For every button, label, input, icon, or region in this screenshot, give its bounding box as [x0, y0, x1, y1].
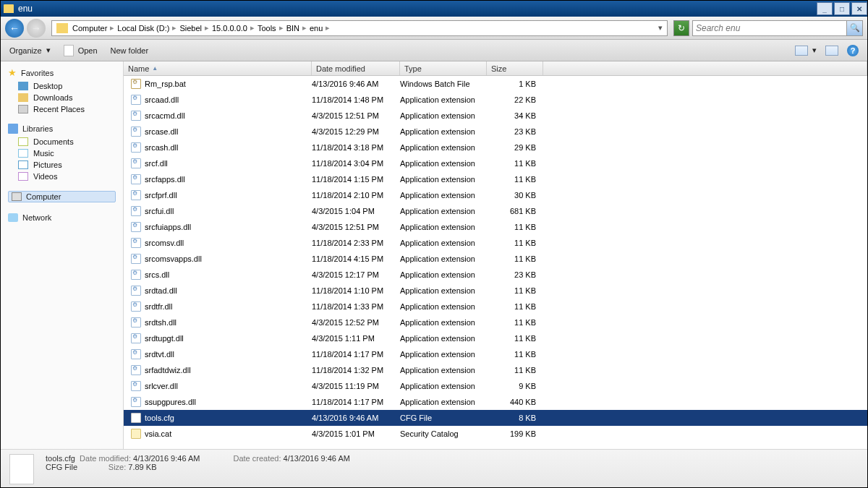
file-name: srcfapps.dll [145, 175, 185, 184]
file-row[interactable]: srdtad.dll11/18/2014 1:10 PMApplication … [124, 283, 867, 299]
address-bar[interactable]: Computer▸Local Disk (D:)▸Siebel▸15.0.0.0… [51, 20, 668, 36]
file-icon [131, 127, 141, 137]
breadcrumb-item[interactable]: Siebel [178, 24, 203, 33]
search-icon[interactable]: 🔍 [846, 21, 862, 35]
file-row[interactable]: srcase.dll4/3/2015 12:29 PMApplication e… [124, 124, 867, 140]
sidebar-item-recent-places[interactable]: Recent Places [8, 103, 116, 115]
sidebar-item-downloads[interactable]: Downloads [8, 92, 116, 103]
file-date: 11/18/2014 2:10 PM [312, 191, 400, 200]
breadcrumb-item[interactable]: BIN [285, 24, 301, 33]
search-input[interactable] [693, 23, 846, 33]
computer-icon [12, 192, 22, 201]
open-button[interactable]: Open [64, 45, 98, 56]
file-type: Application extension [400, 270, 487, 279]
file-type: Application extension [400, 127, 487, 136]
forward-button[interactable]: → [27, 19, 46, 38]
navbar: ← → Computer▸Local Disk (D:)▸Siebel▸15.0… [1, 17, 867, 40]
favorites-group: ★Favorites Desktop Downloads Recent Plac… [1, 66, 123, 122]
file-row[interactable]: srdtupgt.dll4/3/2015 1:11 PMApplication … [124, 330, 867, 346]
file-row[interactable]: vsia.cat4/3/2015 1:01 PMSecurity Catalog… [124, 426, 867, 442]
minimize-button[interactable]: _ [817, 2, 833, 15]
breadcrumb-item[interactable]: 15.0.0.0.0 [210, 24, 249, 33]
file-row[interactable]: tools.cfg4/13/2016 9:46 AMCFG File8 KB [124, 410, 867, 426]
toolbar: Organize▾ Open New folder ▾ ? [1, 40, 867, 61]
preview-pane-button[interactable] [825, 46, 838, 56]
file-name: srcacmd.dll [145, 111, 185, 120]
file-list[interactable]: Rm_rsp.bat4/13/2016 9:46 AMWindows Batch… [124, 76, 867, 449]
libraries-header[interactable]: Libraries [22, 124, 53, 133]
file-date: 11/18/2014 3:18 PM [312, 143, 400, 152]
folder-icon [4, 4, 14, 13]
search-box[interactable]: 🔍 [692, 20, 863, 36]
close-button[interactable]: ✕ [851, 2, 867, 15]
organize-button[interactable]: Organize▾ [9, 46, 51, 55]
file-row[interactable]: srdtfr.dll11/18/2014 1:33 PMApplication … [124, 299, 867, 314]
file-name: srcash.dll [145, 143, 178, 152]
column-type[interactable]: Type [400, 61, 487, 75]
breadcrumb[interactable]: Computer▸Local Disk (D:)▸Siebel▸15.0.0.0… [71, 23, 331, 33]
file-row[interactable]: srcfuiapps.dll4/3/2015 12:51 PMApplicati… [124, 219, 867, 235]
file-type: Application extension [400, 111, 487, 120]
file-row[interactable]: srcomsv.dll11/18/2014 2:33 PMApplication… [124, 235, 867, 251]
libraries-icon [8, 124, 18, 134]
file-row[interactable]: srcaad.dll11/18/2014 1:48 PMApplication … [124, 92, 867, 108]
chevron-right-icon[interactable]: ▸ [324, 23, 331, 33]
file-row[interactable]: srcfui.dll4/3/2015 1:04 PMApplication ex… [124, 203, 867, 219]
file-size: 9 KB [487, 382, 543, 390]
sidebar-item-music[interactable]: Music [8, 147, 116, 159]
file-row[interactable]: srcomsvapps.dll11/18/2014 4:15 PMApplica… [124, 251, 867, 267]
back-button[interactable]: ← [5, 19, 24, 38]
refresh-button[interactable]: ↻ [673, 20, 689, 36]
sidebar-item-computer[interactable]: Computer [8, 191, 116, 202]
chevron-right-icon[interactable]: ▸ [203, 23, 210, 33]
chevron-right-icon[interactable]: ▸ [278, 23, 285, 33]
sidebar-item-network[interactable]: Network [8, 213, 116, 222]
view-options-button[interactable]: ▾ [795, 46, 817, 56]
file-size: 8 KB [487, 414, 543, 422]
address-dropdown[interactable]: ▾ [654, 23, 667, 33]
file-icon [131, 317, 141, 328]
chevron-right-icon[interactable]: ▸ [109, 23, 116, 33]
file-row[interactable]: srcs.dll4/3/2015 12:17 PMApplication ext… [124, 267, 867, 283]
file-row[interactable]: srlcver.dll4/3/2015 11:19 PMApplication … [124, 378, 867, 394]
sidebar-item-videos[interactable]: Videos [8, 171, 116, 182]
maximize-button[interactable]: □ [834, 2, 850, 15]
breadcrumb-item[interactable]: enu [308, 24, 324, 33]
column-date[interactable]: Date modified [312, 61, 400, 75]
file-icon [131, 79, 141, 89]
file-name: srdtupgt.dll [145, 334, 184, 343]
breadcrumb-item[interactable]: Local Disk (D:) [116, 24, 171, 33]
breadcrumb-item[interactable]: Computer [71, 24, 109, 33]
file-row[interactable]: srcacmd.dll4/3/2015 12:51 PMApplication … [124, 108, 867, 124]
chevron-right-icon[interactable]: ▸ [171, 23, 178, 33]
file-type: Application extension [400, 143, 487, 152]
help-button[interactable]: ? [847, 45, 859, 56]
file-row[interactable]: ssupgpures.dll11/18/2014 1:17 PMApplicat… [124, 394, 867, 410]
new-folder-button[interactable]: New folder [111, 46, 149, 55]
file-row[interactable]: srcfprf.dll11/18/2014 2:10 PMApplication… [124, 187, 867, 203]
file-date: 4/3/2015 12:52 PM [312, 318, 400, 327]
file-row[interactable]: srcash.dll11/18/2014 3:18 PMApplication … [124, 140, 867, 155]
breadcrumb-item[interactable]: Tools [256, 24, 278, 33]
sidebar-item-documents[interactable]: Documents [8, 136, 116, 147]
file-row[interactable]: Rm_rsp.bat4/13/2016 9:46 AMWindows Batch… [124, 76, 867, 92]
file-row[interactable]: srcfapps.dll11/18/2014 1:15 PMApplicatio… [124, 171, 867, 187]
file-size: 681 KB [487, 207, 543, 215]
chevron-right-icon[interactable]: ▸ [249, 23, 256, 33]
file-row[interactable]: srcf.dll11/18/2014 3:04 PMApplication ex… [124, 155, 867, 171]
column-name[interactable]: Name▲ [124, 61, 312, 75]
sidebar: ★Favorites Desktop Downloads Recent Plac… [1, 61, 124, 449]
sidebar-item-pictures[interactable]: Pictures [8, 159, 116, 171]
file-name: tools.cfg [145, 414, 174, 422]
file-row[interactable]: srfadtdwiz.dll11/18/2014 1:32 PMApplicat… [124, 362, 867, 378]
file-row[interactable]: srdtvt.dll11/18/2014 1:17 PMApplication … [124, 346, 867, 362]
file-type: Application extension [400, 398, 487, 406]
file-row[interactable]: srdtsh.dll4/3/2015 12:52 PMApplication e… [124, 314, 867, 330]
favorites-header[interactable]: Favorites [21, 69, 54, 77]
column-spacer [543, 61, 867, 75]
file-name: srcomsvapps.dll [145, 254, 202, 263]
details-filename: tools.cfg [46, 454, 75, 463]
sidebar-item-desktop[interactable]: Desktop [8, 80, 116, 92]
chevron-right-icon[interactable]: ▸ [301, 23, 308, 33]
column-size[interactable]: Size [487, 61, 543, 75]
